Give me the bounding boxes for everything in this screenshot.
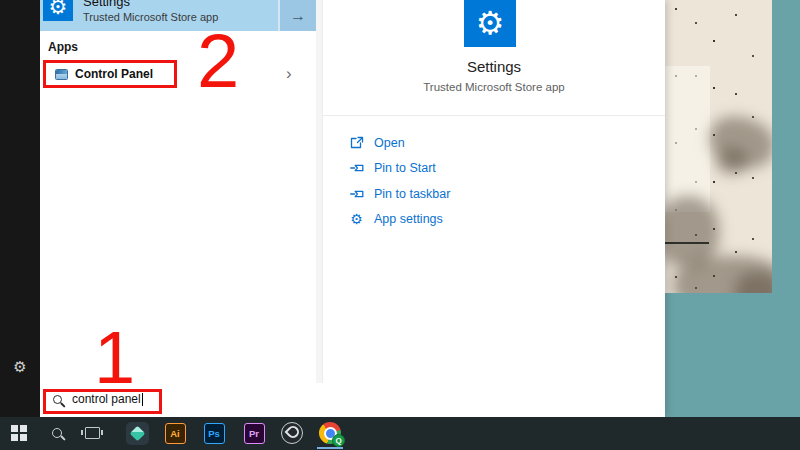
leaf-shadow <box>717 148 747 174</box>
filmora-icon <box>126 422 149 445</box>
pin-icon <box>349 186 364 201</box>
apps-section-header: Apps <box>48 40 78 54</box>
annotation-box-control-panel <box>43 60 177 88</box>
app-preview-panel: ⚙ Settings Trusted Microsoft Store app O… <box>322 0 665 417</box>
settings-app-tile: ⚙ <box>464 0 516 47</box>
desktop: ⚙ ⚙ Settings Trusted Microsoft Store app… <box>0 0 800 450</box>
taskbar-obs[interactable] <box>280 421 304 445</box>
open-icon <box>349 135 364 150</box>
settings-gear-icon: ⚙ <box>476 4 505 42</box>
preview-app-subtitle: Trusted Microsoft Store app <box>323 81 665 93</box>
annotation-box-search <box>43 389 162 414</box>
windows-logo-icon <box>11 425 27 441</box>
gear-icon: ⚙ <box>349 212 364 227</box>
settings-gear-icon: ⚙ <box>43 0 73 21</box>
premiere-icon: Pr <box>244 423 265 444</box>
taskbar-chrome[interactable]: Q <box>318 421 342 445</box>
annotation-step-2: 2 <box>197 23 239 99</box>
search-icon <box>52 428 62 438</box>
divider <box>323 115 665 116</box>
illustrator-icon: Ai <box>165 423 186 444</box>
action-label: Pin to Start <box>374 161 436 175</box>
result-title: Settings <box>83 0 130 9</box>
wallpaper-paper-patch <box>665 66 710 212</box>
app-actions: Open Pin to Start <box>323 130 665 232</box>
wallpaper-line <box>665 242 709 244</box>
obs-icon <box>281 422 303 444</box>
action-app-settings[interactable]: ⚙ App settings <box>323 207 665 233</box>
task-view-icon <box>85 427 100 439</box>
taskbar <box>0 417 800 450</box>
expand-result-button[interactable]: → <box>278 0 316 31</box>
chrome-q-badge: Q <box>332 434 345 447</box>
action-pin-to-start[interactable]: Pin to Start <box>323 156 665 182</box>
active-app-indicator <box>317 447 343 449</box>
taskbar-filmora[interactable] <box>125 421 149 445</box>
action-label: App settings <box>374 212 443 226</box>
preview-app-title: Settings <box>323 58 665 75</box>
taskbar-photoshop[interactable]: Ps <box>202 421 226 445</box>
action-open[interactable]: Open <box>323 130 665 156</box>
taskbar-search-button[interactable] <box>45 421 69 445</box>
action-pin-to-taskbar[interactable]: Pin to taskbar <box>323 181 665 207</box>
result-settings-row[interactable]: ⚙ Settings Trusted Microsoft Store app → <box>40 0 316 31</box>
pin-icon <box>349 161 364 176</box>
annotation-step-1: 1 <box>94 321 135 395</box>
start-button[interactable] <box>7 421 31 445</box>
task-view-button[interactable] <box>80 421 104 445</box>
action-label: Open <box>374 136 405 150</box>
start-menu-rail: ⚙ <box>0 0 40 417</box>
chevron-right-icon: › <box>286 64 292 84</box>
wallpaper-image <box>665 0 772 293</box>
taskbar-illustrator[interactable]: Ai <box>163 421 187 445</box>
chrome-icon: Q <box>319 422 341 444</box>
action-label: Pin to taskbar <box>374 187 450 201</box>
settings-rail-icon[interactable]: ⚙ <box>11 358 29 376</box>
photoshop-icon: Ps <box>204 423 225 444</box>
taskbar-premiere[interactable]: Pr <box>242 421 266 445</box>
right-arrow-icon: → <box>290 7 306 24</box>
